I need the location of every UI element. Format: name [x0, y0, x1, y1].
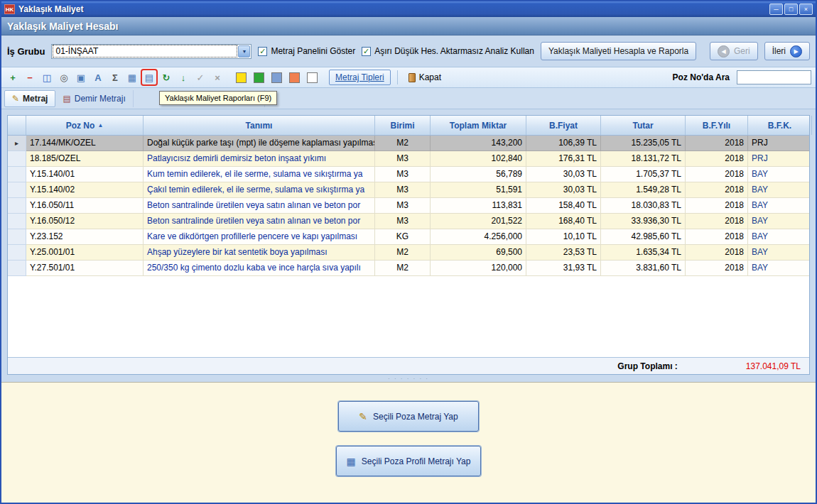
table-row[interactable]: ▸17.144/MK/OZELDoğal küçük parke taşı (m… [8, 136, 809, 151]
column-header-bfiyat[interactable]: B.Fiyat [526, 116, 601, 135]
group-total-value: 137.041,09 TL [746, 361, 801, 371]
column-header-bfk[interactable]: B.F.K. [748, 116, 812, 135]
secili-poza-profil-label: Seçili Poza Profil Metrajı Yap [362, 456, 471, 466]
cell-miktar: 143,200 [431, 136, 526, 151]
white-swatch[interactable] [307, 72, 318, 83]
geri-button[interactable]: ◀ Geri [710, 42, 758, 60]
cell-miktar: 56,789 [431, 167, 526, 182]
table-row[interactable]: Y.15.140/01Kum temin edilerek, el ile se… [8, 167, 809, 182]
yellow-swatch[interactable] [236, 72, 247, 83]
poz-search: Poz No'da Ara [673, 70, 811, 84]
cell-yil: 2018 [686, 136, 748, 151]
table-row[interactable]: Y.15.140/02Çakıl temin edilerek, el ile … [8, 182, 809, 198]
cell-tutar: 18.030,83 TL [601, 198, 686, 214]
cell-bfk: BAY [748, 167, 809, 182]
cell-bfiyat: 168,40 TL [526, 214, 601, 229]
ileri-button[interactable]: İleri ▶ [764, 42, 810, 60]
cell-birim: KG [375, 229, 431, 245]
tab-demir-metraji[interactable]: ▤ Demir Metrajı [55, 90, 133, 107]
close-button[interactable]: × [799, 4, 813, 15]
metraj-panel: ✎ Seçili Poza Metraj Yap ▦ Seçili Poza P… [1, 382, 816, 503]
is-grubu-combobox[interactable]: 01-İNŞAAT ▼ [51, 44, 251, 59]
table-row[interactable]: Y.23.152Kare ve dikdörtgen profillerle p… [8, 229, 809, 245]
sort-icon[interactable]: A [91, 70, 105, 84]
minimize-button[interactable]: ─ [769, 4, 783, 15]
cell-yil: 2018 [686, 261, 748, 276]
metraj-tipleri-button[interactable]: Metraj Tipleri [329, 70, 391, 85]
cell-bfk: BAY [748, 229, 809, 245]
cell-poz: Y.23.152 [26, 229, 144, 245]
metraj-paneli-checkbox[interactable]: ✓ [258, 47, 267, 56]
column-header-birim[interactable]: Birimi [375, 116, 431, 135]
report-icon[interactable]: ▤ [142, 70, 156, 84]
secili-poza-profil-metraj-button[interactable]: ▦ Seçili Poza Profil Metrajı Yap [336, 446, 482, 476]
pencil-icon: ✎ [12, 94, 19, 104]
table-icon[interactable]: ▦ [125, 70, 139, 84]
column-header-poz[interactable]: Poz No▲ [26, 116, 144, 135]
titlebar: HK Yaklaşık Maliyet ─ □ × [1, 1, 816, 17]
cell-bfk: PRJ [748, 136, 809, 151]
blue-swatch[interactable] [271, 72, 282, 83]
is-grubu-label: İş Grubu [7, 46, 45, 57]
cell-birim: M2 [375, 245, 431, 261]
cell-bfk: BAY [748, 214, 809, 229]
column-header-tanim[interactable]: Tanımı [144, 116, 375, 135]
cell-bfk: BAY [748, 245, 809, 261]
cell-birim: M3 [375, 182, 431, 198]
cell-miktar: 69,500 [431, 245, 526, 261]
cell-tanim: Beton santralinde üretilen veya satın al… [144, 214, 375, 229]
sum-icon[interactable]: Σ [108, 70, 122, 84]
poz-search-label: Poz No'da Ara [673, 72, 730, 82]
import-icon[interactable]: ↓ [176, 70, 190, 84]
table-row[interactable]: Y.27.501/01250/350 kg çimento dozlu kaba… [8, 261, 809, 276]
table-row[interactable]: Y.16.050/12Beton santralinde üretilen ve… [8, 214, 809, 229]
cell-birim: M3 [375, 167, 431, 182]
cell-poz: Y.16.050/12 [26, 214, 144, 229]
cell-tutar: 18.131,72 TL [601, 151, 686, 167]
pencil-ruler-icon: ✎ [359, 411, 367, 422]
door-icon [408, 73, 416, 82]
main-toolbar: İş Grubu 01-İNŞAAT ▼ ✓ Metraj Panelini G… [1, 35, 816, 67]
refresh-icon[interactable]: ↻ [159, 70, 173, 84]
splitter-handle[interactable]: · · · · · · · [1, 375, 816, 382]
cell-tutar: 3.831,60 TL [601, 261, 686, 276]
cell-poz: Y.16.050/11 [26, 198, 144, 214]
column-header-tutar[interactable]: Tutar [601, 116, 686, 135]
panel-icon[interactable]: ▣ [74, 70, 88, 84]
preview-icon[interactable]: ◫ [40, 70, 54, 84]
secili-poza-metraj-label: Seçili Poza Metraj Yap [373, 412, 458, 422]
cell-miktar: 120,000 [431, 261, 526, 276]
cell-tanim: Çakıl temin edilerek, el ile serme, sula… [144, 182, 375, 198]
tab-metraj[interactable]: ✎ Metraj [4, 90, 55, 107]
row-indicator [8, 167, 26, 182]
cell-miktar: 4.256,000 [431, 229, 526, 245]
cell-yil: 2018 [686, 151, 748, 167]
column-header-yil[interactable]: B.F.Yılı [686, 116, 748, 135]
row-indicator [8, 261, 26, 276]
cell-tanim: Patlayıcısız demirli demirsiz beton inşa… [144, 151, 375, 167]
poz-search-input[interactable] [737, 70, 811, 84]
cell-yil: 2018 [686, 229, 748, 245]
column-header-miktar[interactable]: Toplam Miktar [431, 116, 526, 135]
add-icon[interactable]: + [6, 70, 20, 84]
cell-miktar: 201,522 [431, 214, 526, 229]
green-swatch[interactable] [254, 72, 264, 83]
column-header-label: B.Fiyat [549, 121, 578, 131]
maximize-button[interactable]: □ [784, 4, 798, 15]
chevron-down-icon[interactable]: ▼ [238, 45, 250, 57]
tab-metraj-label: Metraj [23, 94, 48, 104]
table-row[interactable]: 18.185/OZELPatlayıcısız demirli demirsiz… [8, 151, 809, 167]
secili-poza-metraj-button[interactable]: ✎ Seçili Poza Metraj Yap [338, 401, 479, 432]
find-icon[interactable]: ◎ [57, 70, 71, 84]
table-row[interactable]: Y.16.050/11Beton santralinde üretilen ve… [8, 198, 809, 214]
cell-tanim: Kare ve dikdörtgen profillerle pencere v… [144, 229, 375, 245]
remove-icon[interactable]: − [23, 70, 37, 84]
asiri-dusuk-label: Aşırı Düşük Hes. Aktarmasız Analiz Kulla… [374, 46, 534, 56]
cell-tutar: 1.705,37 TL [601, 167, 686, 182]
kapat-button[interactable]: Kapat [404, 72, 445, 82]
asiri-dusuk-checkbox[interactable]: ✓ [362, 47, 371, 56]
icon-toolbar: +−◫◎▣AΣ▦▤↻↓✓× Metraj Tipleri Kapat Poz N… [1, 67, 816, 88]
table-row[interactable]: Y.25.001/01Ahşap yüzeylere bir kat sente… [8, 245, 809, 261]
hesapla-raporla-button[interactable]: Yaklaşık Maliyeti Hesapla ve Raporla [541, 42, 696, 60]
orange-swatch[interactable] [289, 72, 300, 83]
